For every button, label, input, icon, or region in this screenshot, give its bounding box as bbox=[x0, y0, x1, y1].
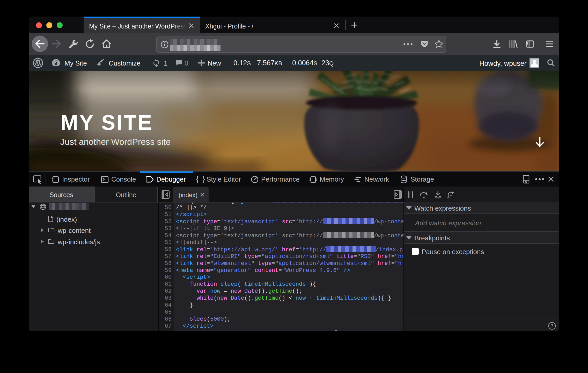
svg-text:?: ? bbox=[551, 324, 553, 328]
